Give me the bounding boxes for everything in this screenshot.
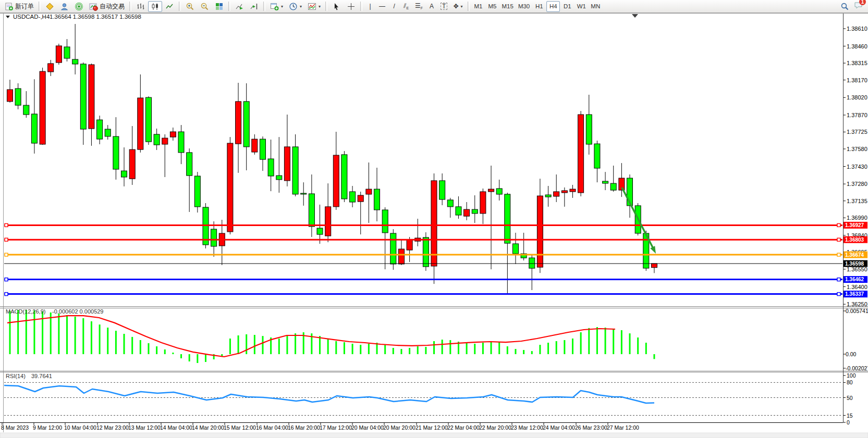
candle-bearish bbox=[260, 139, 266, 159]
price-tick-label: 1.38170 bbox=[847, 77, 867, 83]
line-handle[interactable] bbox=[837, 223, 840, 227]
candle-bearish bbox=[23, 105, 29, 115]
macd-label: MACD(12,26,9) bbox=[6, 308, 45, 315]
candle-bearish bbox=[513, 244, 519, 254]
time-tick-label: 21 Mar 12:00 bbox=[415, 424, 448, 431]
time-tick-label: 17 Mar 12:00 bbox=[320, 424, 352, 431]
candle-bullish bbox=[325, 207, 331, 236]
line-handle[interactable] bbox=[837, 293, 840, 296]
bottom-strip bbox=[0, 433, 868, 438]
candle-bullish bbox=[284, 147, 290, 181]
price-tick-label: 1.37430 bbox=[847, 164, 867, 170]
candle-bullish bbox=[170, 132, 176, 137]
candle-bullish bbox=[227, 143, 233, 232]
time-tick-label: 27 Mar 12:00 bbox=[607, 424, 639, 431]
candle-bearish bbox=[374, 189, 380, 210]
candle-bearish bbox=[341, 155, 347, 199]
candle-bullish bbox=[7, 90, 13, 102]
candle-bearish bbox=[72, 59, 78, 64]
line-handle[interactable] bbox=[5, 253, 8, 256]
time-tick-label: 13 Mar 12:00 bbox=[128, 424, 161, 431]
candle-bearish bbox=[243, 102, 249, 147]
candle-bullish bbox=[537, 196, 543, 267]
candle-bearish bbox=[472, 209, 478, 214]
price-tick-label: 1.37280 bbox=[847, 181, 867, 187]
time-tick-label: 20 Mar 20:00 bbox=[383, 424, 415, 431]
price-tag-label: 1.36598 bbox=[845, 261, 864, 267]
line-handle[interactable] bbox=[5, 223, 8, 227]
candle-bearish bbox=[301, 193, 307, 194]
macd-axis-label: 0.00 bbox=[846, 351, 857, 357]
line-handle[interactable] bbox=[5, 293, 8, 296]
rsi-axis-label: 50 bbox=[847, 395, 853, 401]
candle-bearish bbox=[423, 237, 429, 267]
candle-bullish bbox=[399, 249, 405, 264]
candle-bullish bbox=[138, 98, 143, 149]
candle-bearish bbox=[268, 159, 274, 176]
trading-terminal: 新订单 自动交易 bbox=[0, 0, 868, 438]
rsi-axis-label: 100 bbox=[847, 372, 856, 379]
price-tag-label: 1.36674 bbox=[845, 252, 864, 258]
chart-area[interactable]: USDCAD-,H4 1.36564 1.36598 1.36517 1.365… bbox=[0, 0, 868, 438]
candle-bullish bbox=[162, 138, 168, 144]
time-tick-label: 22 Mar 04:00 bbox=[447, 424, 480, 431]
price-tag-label: 1.36462 bbox=[845, 277, 864, 282]
candle-bullish bbox=[252, 139, 258, 152]
candle-bearish bbox=[317, 228, 323, 234]
candle-bearish bbox=[194, 176, 200, 207]
candle-bearish bbox=[456, 207, 461, 215]
price-tick-label: 1.36400 bbox=[847, 284, 867, 290]
line-handle[interactable] bbox=[837, 253, 840, 256]
price-tick-label: 1.38020 bbox=[847, 94, 867, 101]
time-tick-label: 12 Mar 23:00 bbox=[96, 424, 129, 431]
chart-ohlc-values: 1.36564 1.36598 1.36517 1.36598 bbox=[50, 14, 141, 20]
time-tick-label: 15 Mar 12:00 bbox=[224, 424, 256, 431]
price-tick-label: 1.37135 bbox=[847, 198, 867, 204]
price-tick-label: 1.36550 bbox=[847, 266, 867, 272]
candle-bearish bbox=[178, 132, 184, 153]
line-handle[interactable] bbox=[837, 238, 840, 241]
candle-bearish bbox=[211, 229, 217, 246]
candle-bullish bbox=[236, 102, 241, 144]
line-handle[interactable] bbox=[5, 278, 8, 281]
candle-bearish bbox=[529, 258, 535, 268]
candle-bearish bbox=[594, 144, 600, 168]
candle-bullish bbox=[56, 46, 62, 62]
candle-bearish bbox=[610, 183, 616, 190]
time-axis[interactable]: 8 Mar 20239 Mar 12:0010 Mar 04:0012 Mar … bbox=[1, 423, 639, 431]
candle-bearish bbox=[390, 233, 396, 264]
candle-bullish bbox=[358, 195, 363, 202]
candle-bullish bbox=[48, 64, 54, 72]
candle-bearish bbox=[105, 129, 111, 136]
time-tick-label: 23 Mar 12:00 bbox=[511, 424, 543, 431]
macd-values: -0.000602 0.000529 bbox=[52, 308, 103, 315]
candle-bullish bbox=[578, 115, 584, 193]
rsi-axis-label: 0 bbox=[847, 419, 850, 426]
candle-bullish bbox=[89, 65, 94, 129]
line-handle[interactable] bbox=[837, 278, 840, 281]
candle-bullish bbox=[464, 209, 470, 216]
candle-bearish bbox=[154, 134, 160, 145]
time-tick-label: 10 Mar 04:00 bbox=[64, 424, 96, 431]
candle-bullish bbox=[480, 192, 486, 214]
candle-bullish bbox=[333, 155, 339, 207]
time-tick-label: 16 Mar 04:00 bbox=[256, 424, 288, 431]
rsi-value: 39.7641 bbox=[31, 373, 52, 379]
price-tag-label: 1.36927 bbox=[845, 222, 864, 228]
candle-bearish bbox=[447, 200, 453, 207]
candle-bearish bbox=[121, 171, 127, 177]
candle-bearish bbox=[146, 97, 152, 142]
candle-bearish bbox=[309, 194, 314, 227]
price-tag-label: 1.36803 bbox=[845, 237, 864, 243]
candle-bullish bbox=[366, 189, 372, 194]
time-tick-label: 9 Mar 12:00 bbox=[33, 424, 62, 431]
time-tick-label: 16 Mar 20:00 bbox=[288, 424, 320, 431]
rsi-label: RSI(14) bbox=[6, 373, 26, 379]
time-tick-label: 26 Mar 23:00 bbox=[575, 424, 607, 431]
candle-bearish bbox=[113, 136, 119, 169]
candle-bullish bbox=[554, 192, 559, 196]
line-handle[interactable] bbox=[5, 238, 8, 241]
candle-bearish bbox=[80, 64, 86, 129]
price-tick-label: 1.38460 bbox=[847, 43, 867, 49]
time-tick-label: 24 Mar 04:00 bbox=[543, 424, 575, 431]
